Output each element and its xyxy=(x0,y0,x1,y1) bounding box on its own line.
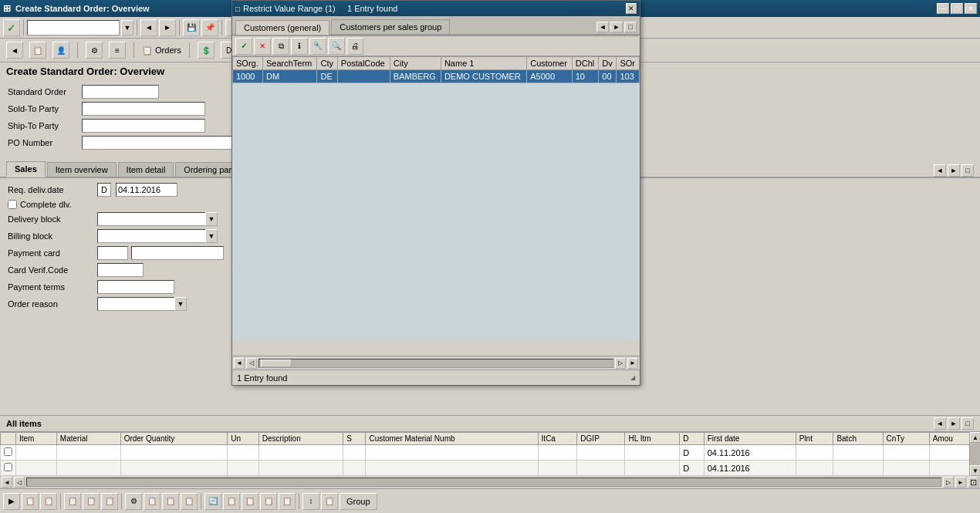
deliv-date-input[interactable] xyxy=(116,183,177,197)
orders-btn[interactable]: 📋 Orders xyxy=(142,46,181,56)
row2-hl-itm[interactable] xyxy=(625,461,680,476)
items-nav-left[interactable]: ◄ xyxy=(934,417,946,430)
payment-terms-input[interactable] xyxy=(97,280,174,294)
row1-cnty[interactable] xyxy=(883,445,929,461)
minimize-btn[interactable]: ─ xyxy=(937,3,949,14)
rvr-hscroll-step-left[interactable]: ◁ xyxy=(246,358,257,369)
save-btn[interactable]: 💾 xyxy=(183,19,200,36)
row1-un[interactable] xyxy=(228,445,259,461)
row1-desc[interactable] xyxy=(259,445,343,461)
payment-card-input2[interactable] xyxy=(131,246,224,260)
tab-nav-right-btn[interactable]: ► xyxy=(948,164,960,177)
row2-desc[interactable] xyxy=(259,461,343,476)
fwd-nav-btn[interactable]: ► xyxy=(159,19,176,36)
rvr-close-btn[interactable]: ✕ xyxy=(626,3,637,14)
row1-itca[interactable] xyxy=(538,445,577,461)
hscroll-right-btn[interactable]: ► xyxy=(955,477,966,488)
tab-item-detail[interactable]: Item detail xyxy=(118,162,174,177)
rvr-check-btn[interactable]: ✓ xyxy=(235,38,252,55)
billing-block-arrow[interactable]: ▼ xyxy=(205,229,218,243)
rvr-print-btn[interactable]: 🖨 xyxy=(346,38,363,55)
bt-btn12[interactable]: 📋 xyxy=(223,493,240,510)
rvr-tab-customers-general[interactable]: Customers (general) xyxy=(235,20,329,35)
corner-btn[interactable]: ⊡ xyxy=(968,477,978,488)
row1-s[interactable] xyxy=(343,445,366,461)
hscroll-step-fwd[interactable]: ▷ xyxy=(943,477,954,488)
rvr-hscroll-thumb[interactable] xyxy=(261,359,292,367)
back-nav-btn[interactable]: ◄ xyxy=(140,19,157,36)
bt-btn13[interactable]: 📋 xyxy=(242,493,259,510)
bt-btn3[interactable]: 📋 xyxy=(40,493,57,510)
rvr-info-btn[interactable]: ℹ xyxy=(291,38,308,55)
bt-btn6[interactable]: 📋 xyxy=(101,493,118,510)
order-reason-arrow[interactable]: ▼ xyxy=(174,297,187,311)
row1-dgip[interactable] xyxy=(577,445,625,461)
restore-btn[interactable]: □ xyxy=(951,3,963,14)
vscroll-up-btn[interactable]: ▲ xyxy=(970,432,980,443)
user-btn[interactable]: 👤 xyxy=(52,42,69,59)
delivery-block-arrow[interactable]: ▼ xyxy=(205,212,218,226)
bt-btn15[interactable]: 📋 xyxy=(279,493,296,510)
bt-btn16[interactable]: ↕ xyxy=(302,493,319,510)
list-btn[interactable]: ≡ xyxy=(109,42,126,59)
pricing-btn[interactable]: 💲 xyxy=(198,42,215,59)
standard-order-input[interactable] xyxy=(82,85,159,99)
sold-to-input[interactable] xyxy=(82,102,205,116)
items-nav-right[interactable]: ► xyxy=(948,417,960,430)
command-arrow[interactable]: ▼ xyxy=(121,20,133,35)
row2-cnty[interactable] xyxy=(883,461,929,476)
rvr-hscroll-left[interactable]: ◄ xyxy=(234,358,245,369)
row2-plnt[interactable] xyxy=(796,461,833,476)
back-btn[interactable]: ✓ xyxy=(3,19,20,36)
rvr-hscroll-step-right[interactable]: ▷ xyxy=(615,358,626,369)
payment-card-input1[interactable] xyxy=(97,246,128,260)
complete-dlv-checkbox[interactable] xyxy=(8,200,17,209)
rvr-tab-maximize[interactable]: □ xyxy=(624,22,637,32)
command-input[interactable] xyxy=(27,20,120,35)
bt-btn7[interactable]: ⚙ xyxy=(125,493,142,510)
row2-qty[interactable] xyxy=(120,461,228,476)
rvr-filter-btn[interactable]: 🔧 xyxy=(309,38,326,55)
bt-btn9[interactable]: 📋 xyxy=(162,493,179,510)
config-btn[interactable]: ⚙ xyxy=(86,42,103,59)
po-number-input[interactable] xyxy=(82,136,252,150)
rvr-tab-nav-right[interactable]: ► xyxy=(610,22,623,32)
row1-batch[interactable] xyxy=(833,445,883,461)
row1-material[interactable] xyxy=(56,445,120,461)
rvr-resize-icon[interactable]: ◢ xyxy=(630,374,635,381)
row2-item[interactable] xyxy=(16,461,57,476)
row2-cust-mat[interactable] xyxy=(366,461,538,476)
rvr-tab-customers-sales[interactable]: Customers per sales group xyxy=(331,19,450,34)
row2-dgip[interactable] xyxy=(577,461,625,476)
detail-btn[interactable]: 📋 xyxy=(29,42,46,59)
row2-batch[interactable] xyxy=(833,461,883,476)
ship-to-input[interactable] xyxy=(82,119,205,133)
bt-btn1[interactable]: ▶ xyxy=(3,493,20,510)
tab-sales[interactable]: Sales xyxy=(6,161,46,177)
tab-expand-btn[interactable]: □ xyxy=(961,164,974,177)
deliv-date-type-input[interactable] xyxy=(97,183,111,197)
row1-checkbox[interactable] xyxy=(4,447,12,456)
shortcut-btn[interactable]: 📌 xyxy=(201,19,218,36)
rvr-search-btn[interactable]: 🔍 xyxy=(328,38,345,55)
order-reason-input[interactable] xyxy=(97,297,174,311)
vscroll-down-btn[interactable]: ▼ xyxy=(970,465,980,476)
row1-plnt[interactable] xyxy=(796,445,833,461)
row1-qty[interactable] xyxy=(120,445,228,461)
row2-un[interactable] xyxy=(228,461,259,476)
tab-item-overview[interactable]: Item overview xyxy=(47,162,117,177)
bt-btn5[interactable]: 📋 xyxy=(83,493,100,510)
bt-btn2[interactable]: 📋 xyxy=(22,493,39,510)
rvr-x-btn[interactable]: ✕ xyxy=(254,38,271,55)
row2-material[interactable] xyxy=(56,461,120,476)
card-verif-input[interactable] xyxy=(97,263,144,277)
hscroll-step-back[interactable]: ◁ xyxy=(14,477,25,488)
hscroll-left-btn[interactable]: ◄ xyxy=(2,477,12,488)
rvr-data-row[interactable]: 1000 DM DE BAMBERG DEMO CUSTOMER A5000 1… xyxy=(233,70,640,83)
rvr-copy-btn[interactable]: ⧉ xyxy=(272,38,289,55)
bt-btn4[interactable]: 📋 xyxy=(64,493,81,510)
bt-btn8[interactable]: 📋 xyxy=(144,493,161,510)
row2-checkbox[interactable] xyxy=(4,463,12,471)
billing-block-input[interactable] xyxy=(97,229,205,243)
rvr-tab-nav-left[interactable]: ◄ xyxy=(596,22,609,32)
